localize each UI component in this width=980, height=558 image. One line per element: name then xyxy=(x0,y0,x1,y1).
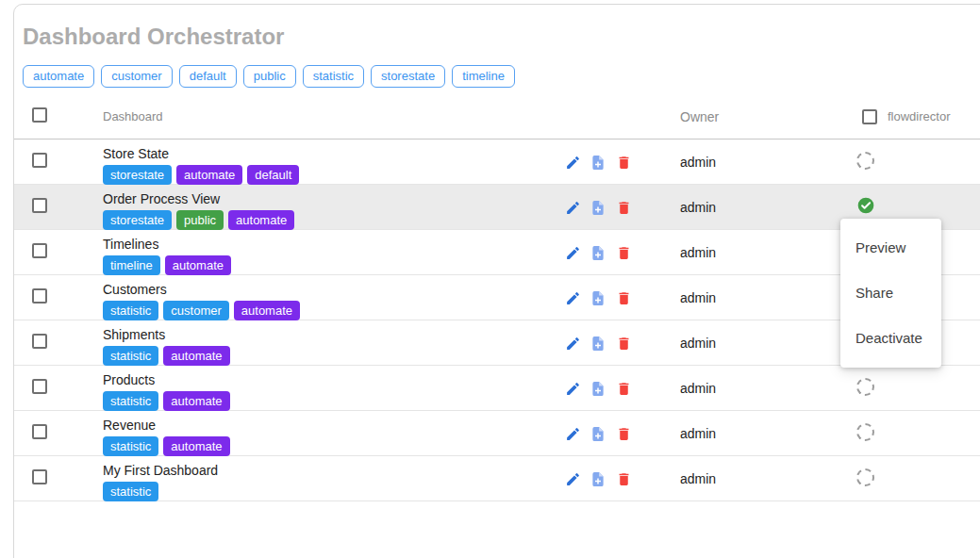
owner-cell: admin xyxy=(667,381,850,396)
select-all-checkbox[interactable] xyxy=(32,107,47,123)
table-row: Order Process View storestate public aut… xyxy=(14,185,980,230)
edit-icon[interactable] xyxy=(564,379,581,398)
dashboard-name: My First Dashboard xyxy=(103,462,551,479)
dashboard-name: Products xyxy=(103,371,551,388)
tag: automate xyxy=(163,346,229,366)
table-row: Store State storestate automate default … xyxy=(14,140,980,185)
table-row: Revenue statistic automate admin xyxy=(14,411,980,456)
edit-icon[interactable] xyxy=(564,469,581,488)
row-checkbox[interactable] xyxy=(32,424,47,439)
owner-cell: admin xyxy=(667,245,850,260)
delete-icon[interactable] xyxy=(615,153,632,172)
tag: timeline xyxy=(103,255,160,275)
column-header-dashboard: Dashboard xyxy=(103,109,551,123)
inactive-status-icon[interactable] xyxy=(856,378,874,396)
menu-item-preview[interactable]: Preview xyxy=(840,225,941,271)
row-checkbox[interactable] xyxy=(32,198,47,213)
page-title: Dashboard Orchestrator xyxy=(23,24,980,50)
filter-tag-default[interactable]: default xyxy=(179,65,237,88)
delete-icon[interactable] xyxy=(615,288,632,307)
duplicate-icon[interactable] xyxy=(590,153,606,172)
filter-bar: automate customer default public statist… xyxy=(23,65,980,88)
tag: automate xyxy=(163,436,229,456)
filter-tag-timeline[interactable]: timeline xyxy=(452,65,515,88)
filter-tag-statistic[interactable]: statistic xyxy=(303,65,364,88)
dashboard-orchestrator-card: Dashboard Orchestrator automate customer… xyxy=(13,4,980,558)
inactive-status-icon[interactable] xyxy=(856,152,874,170)
delete-icon[interactable] xyxy=(615,424,632,443)
row-checkbox[interactable] xyxy=(32,469,47,484)
tag: statistic xyxy=(103,436,158,456)
filter-tag-automate[interactable]: automate xyxy=(23,65,94,88)
delete-icon[interactable] xyxy=(615,334,632,353)
dashboard-name: Store State xyxy=(103,145,551,162)
duplicate-icon[interactable] xyxy=(590,198,606,217)
duplicate-icon[interactable] xyxy=(590,379,606,398)
dashboard-name: Revenue xyxy=(103,417,551,434)
column-header-owner: Owner xyxy=(667,109,850,124)
row-checkbox[interactable] xyxy=(32,243,47,258)
dashboard-name: Timelines xyxy=(103,236,551,253)
edit-icon[interactable] xyxy=(564,424,581,443)
row-checkbox[interactable] xyxy=(32,153,47,168)
owner-cell: admin xyxy=(667,155,850,170)
tag: automate xyxy=(228,210,294,230)
tag: statistic xyxy=(103,391,158,411)
column-header-flowdirector: flowdirector xyxy=(888,109,950,123)
inactive-status-icon[interactable] xyxy=(856,468,874,486)
table-row: Products statistic automate admin xyxy=(14,366,980,411)
dashboard-name: Shipments xyxy=(103,326,551,343)
filter-tag-customer[interactable]: customer xyxy=(101,65,172,88)
menu-item-deactivate[interactable]: Deactivate xyxy=(840,316,941,361)
owner-cell: admin xyxy=(667,200,850,215)
tag: customer xyxy=(163,301,228,320)
tag: automate xyxy=(163,391,229,411)
duplicate-icon[interactable] xyxy=(590,243,606,262)
delete-icon[interactable] xyxy=(615,198,632,217)
tag: storestate xyxy=(103,210,172,230)
edit-icon[interactable] xyxy=(564,198,581,217)
owner-cell: admin xyxy=(667,471,850,486)
tag: automate xyxy=(234,301,300,320)
dashboard-name: Customers xyxy=(103,281,551,298)
tag: default xyxy=(247,165,299,185)
tag: public xyxy=(176,210,224,230)
edit-icon[interactable] xyxy=(564,153,581,172)
table-row: Customers statistic customer automate ad… xyxy=(14,275,980,320)
tag: statistic xyxy=(103,301,158,320)
flowdirector-all-checkbox[interactable] xyxy=(862,109,877,124)
dashboard-name: Order Process View xyxy=(103,190,551,207)
duplicate-icon[interactable] xyxy=(590,334,606,353)
delete-icon[interactable] xyxy=(615,243,632,262)
filter-tag-storestate[interactable]: storestate xyxy=(371,65,445,88)
menu-item-share[interactable]: Share xyxy=(840,271,941,316)
table-row: Timelines timeline automate admin xyxy=(14,230,980,275)
filter-tag-public[interactable]: public xyxy=(243,65,296,88)
delete-icon[interactable] xyxy=(615,469,632,488)
tag: automate xyxy=(165,255,231,275)
delete-icon[interactable] xyxy=(615,379,632,398)
edit-icon[interactable] xyxy=(564,288,581,307)
tag: automate xyxy=(176,165,242,185)
active-status-icon[interactable] xyxy=(856,196,875,215)
owner-cell: admin xyxy=(667,336,850,351)
table-row: Shipments statistic automate admin xyxy=(14,320,980,366)
owner-cell: admin xyxy=(667,290,850,305)
row-checkbox[interactable] xyxy=(32,379,47,394)
duplicate-icon[interactable] xyxy=(590,288,606,307)
row-checkbox[interactable] xyxy=(32,288,47,304)
table-row: My First Dashboard statistic admin xyxy=(14,456,980,501)
edit-icon[interactable] xyxy=(564,334,581,353)
table-header: Dashboard Owner flowdirector xyxy=(14,94,980,140)
tag: statistic xyxy=(103,482,158,501)
tag: statistic xyxy=(103,346,158,366)
tag: storestate xyxy=(103,165,172,185)
duplicate-icon[interactable] xyxy=(590,469,606,488)
duplicate-icon[interactable] xyxy=(590,424,606,443)
inactive-status-icon[interactable] xyxy=(856,423,874,441)
edit-icon[interactable] xyxy=(564,243,581,262)
owner-cell: admin xyxy=(667,426,850,441)
row-checkbox[interactable] xyxy=(32,334,47,349)
context-menu: Preview Share Deactivate xyxy=(840,219,941,368)
